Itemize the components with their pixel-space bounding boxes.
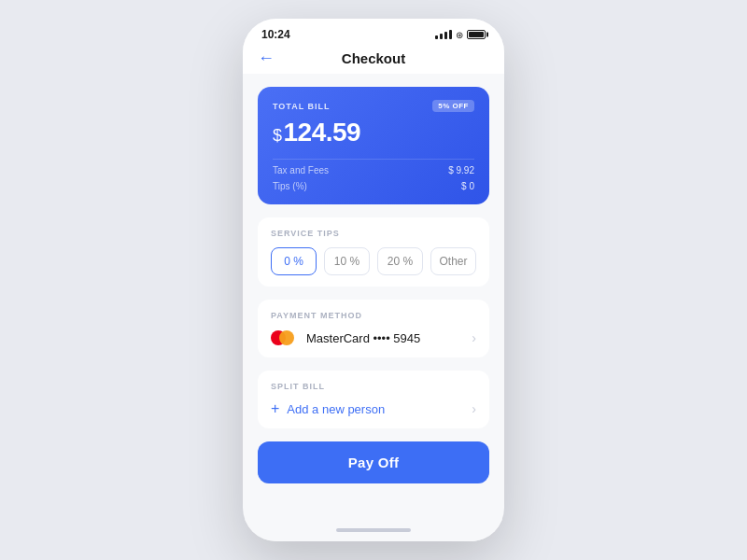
status-time: 10:24	[261, 28, 290, 41]
battery-icon	[467, 30, 486, 39]
wifi-icon: ⊛	[456, 30, 463, 40]
total-bill-label: TOTAL BILL	[273, 102, 331, 111]
payment-method-label: PAYMENT METHOD	[271, 311, 476, 320]
total-amount: $124.59	[273, 118, 474, 147]
tips-value: $ 0	[461, 181, 474, 191]
status-icons: ⊛	[435, 30, 486, 40]
tips-buttons-row: 0 % 10 % 20 % Other	[271, 247, 476, 275]
bill-card: TOTAL BILL 5% OFF $124.59 Tax and Fees $…	[258, 87, 489, 204]
tip-btn-other[interactable]: Other	[430, 247, 476, 275]
card-name: MasterCard •••• 5945	[306, 331, 462, 345]
tax-value: $ 9.92	[448, 165, 474, 175]
mastercard-logo	[271, 329, 297, 346]
tip-btn-10[interactable]: 10 %	[324, 247, 370, 275]
add-plus-icon: +	[271, 400, 279, 417]
page-title: Checkout	[342, 50, 405, 66]
split-bill-label: SPLIT BILL	[271, 382, 476, 391]
nav-bar: ← Checkout	[243, 45, 504, 74]
back-button[interactable]: ←	[258, 49, 275, 68]
amount-value: 124.59	[284, 118, 361, 147]
service-tips-label: SERVICE TIPS	[271, 229, 476, 238]
phone-frame: 10:24 ⊛ ← Checkout TOTAL BILL 5% OFF	[243, 19, 504, 541]
payment-row[interactable]: MasterCard •••• 5945 ›	[271, 329, 476, 346]
discount-badge: 5% OFF	[432, 100, 474, 112]
split-bill-section: SPLIT BILL + Add a new person ›	[258, 371, 489, 428]
chevron-right-icon: ›	[472, 330, 476, 345]
content-area: TOTAL BILL 5% OFF $124.59 Tax and Fees $…	[243, 74, 504, 519]
bill-card-header: TOTAL BILL 5% OFF	[273, 100, 474, 112]
status-bar: 10:24 ⊛	[243, 19, 504, 45]
tips-row-bill: Tips (%) $ 0	[273, 181, 474, 191]
pay-off-button[interactable]: Pay Off	[258, 441, 489, 483]
add-person-row[interactable]: + Add a new person ›	[271, 400, 476, 417]
currency-symbol: $	[273, 126, 282, 145]
tip-btn-0[interactable]: 0 %	[271, 247, 317, 275]
tax-row: Tax and Fees $ 9.92	[273, 165, 474, 175]
home-bar	[336, 528, 411, 532]
split-chevron-right-icon: ›	[472, 401, 476, 416]
tip-btn-20[interactable]: 20 %	[377, 247, 423, 275]
payment-method-section: PAYMENT METHOD MasterCard •••• 5945 ›	[258, 300, 489, 357]
tax-label: Tax and Fees	[273, 165, 329, 175]
tips-label: Tips (%)	[273, 181, 307, 191]
service-tips-section: SERVICE TIPS 0 % 10 % 20 % Other	[258, 217, 489, 287]
signal-icon	[435, 30, 452, 39]
add-person-text: Add a new person	[287, 402, 464, 416]
home-indicator	[243, 519, 504, 541]
